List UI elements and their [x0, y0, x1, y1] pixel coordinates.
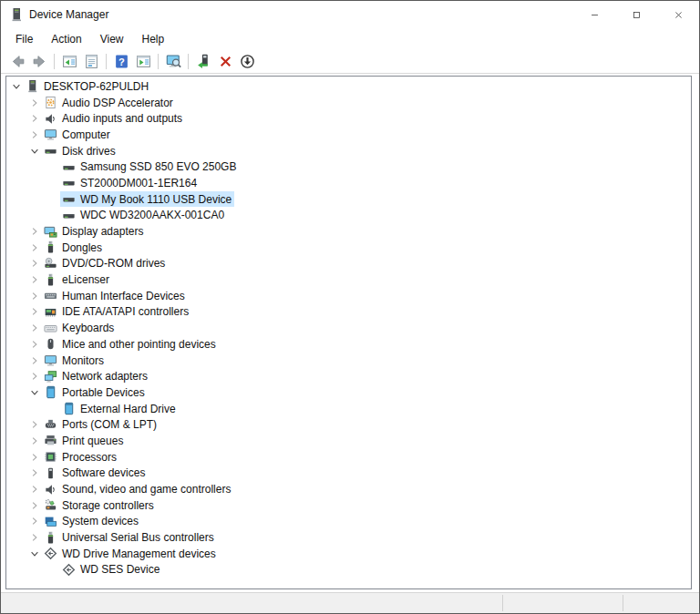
expander-toggle[interactable] [26, 385, 42, 400]
tree-item-content[interactable]: System devices [42, 514, 141, 529]
tree-item-content[interactable]: Print queues [42, 433, 126, 448]
minimize-button[interactable] [573, 1, 615, 28]
expander-toggle[interactable] [26, 514, 42, 528]
expander-toggle[interactable] [26, 450, 42, 465]
action-pane-button[interactable] [133, 51, 154, 72]
tree-item[interactable]: DVD/CD-ROM drives [6, 256, 691, 272]
tree-item[interactable]: Storage controllers [6, 497, 691, 514]
tree-item-content[interactable]: Dongles [42, 240, 105, 255]
tree-item-content[interactable]: Computer [42, 127, 113, 142]
tree-item[interactable]: Software devices [6, 466, 691, 482]
tree-item-content[interactable]: WD Drive Management devices [42, 546, 219, 561]
tree-item-content[interactable]: Audio inputs and outputs [42, 111, 185, 127]
tree-item-content[interactable]: Network adapters [42, 369, 150, 384]
maximize-button[interactable] [615, 1, 657, 28]
tree-item-content[interactable]: IDE ATA/ATAPI controllers [42, 304, 191, 320]
tree-item-content[interactable]: Mice and other pointing devices [42, 336, 219, 352]
console-tree-button[interactable] [59, 51, 80, 72]
tree-item[interactable]: External Hard Drive [6, 401, 691, 417]
tree-item-content[interactable]: Monitors [42, 353, 107, 368]
tree-item-content[interactable]: Disk drives [42, 143, 118, 159]
tree-item-content[interactable]: External Hard Drive [60, 401, 179, 416]
expander-toggle[interactable] [26, 111, 42, 126]
expander-toggle[interactable] [26, 369, 42, 384]
tree-item[interactable]: System devices [6, 514, 691, 530]
tree-item[interactable]: Network adapters [6, 368, 691, 384]
tree-item[interactable]: Processors [6, 449, 691, 466]
tree-item[interactable]: Print queues [6, 433, 691, 449]
expander-toggle[interactable] [26, 482, 42, 496]
expander-toggle[interactable] [26, 256, 42, 271]
tree-item-content[interactable]: Human Interface Devices [42, 288, 188, 303]
tree-item[interactable]: Computer [6, 127, 691, 143]
tree-item[interactable]: Audio DSP Accelerator [6, 95, 691, 111]
expander-toggle[interactable] [26, 144, 42, 159]
tree-item-content[interactable]: Samsung SSD 850 EVO 250GB [60, 159, 239, 175]
tree-item[interactable]: Display adapters [6, 223, 691, 240]
close-button[interactable] [657, 1, 699, 28]
help-button[interactable] [111, 51, 132, 72]
uninstall-device-button[interactable] [215, 51, 236, 72]
tree-item[interactable]: Disk drives [6, 143, 691, 159]
scan-hardware-button[interactable] [163, 51, 184, 72]
expander-toggle[interactable] [26, 337, 42, 352]
expander-toggle[interactable] [26, 530, 42, 545]
menu-file[interactable]: File [6, 30, 42, 48]
expander-toggle[interactable] [26, 321, 42, 335]
forward-button[interactable] [29, 51, 50, 72]
tree-item-content[interactable]: DESKTOP-62PULDH [24, 78, 151, 94]
tree-item[interactable]: WD My Book 1110 USB Device [6, 191, 691, 208]
tree-item-content[interactable]: Storage controllers [42, 497, 157, 513]
tree-item[interactable]: Dongles [6, 240, 691, 256]
tree-item[interactable]: WD SES Device [6, 562, 691, 578]
expander-toggle[interactable] [26, 304, 42, 319]
tree-item[interactable]: ST2000DM001-1ER164 [6, 175, 691, 191]
tree-item[interactable]: Mice and other pointing devices [6, 336, 691, 353]
tree-item[interactable]: Audio inputs and outputs [6, 110, 691, 127]
tree-item-content[interactable]: Software devices [42, 466, 148, 481]
tree-item[interactable]: Monitors [6, 353, 691, 369]
tree-item-content[interactable]: Processors [42, 449, 119, 465]
tree-item[interactable]: Universal Serial Bus controllers [6, 529, 691, 546]
expander-toggle[interactable] [26, 353, 42, 368]
tree-item[interactable]: WD Drive Management devices [6, 546, 691, 562]
tree-item-content[interactable]: Sound, video and game controllers [42, 482, 233, 497]
expander-toggle[interactable] [26, 272, 42, 287]
expander-toggle[interactable] [26, 547, 42, 561]
menu-help[interactable]: Help [133, 30, 174, 48]
tree-item-content[interactable]: WDC WD3200AAKX-001CA0 [60, 208, 227, 223]
tree-item-content[interactable]: ST2000DM001-1ER164 [60, 175, 200, 190]
tree-item[interactable]: IDE ATA/ATAPI controllers [6, 304, 691, 321]
menu-action[interactable]: Action [42, 30, 90, 48]
properties-button[interactable] [81, 51, 102, 72]
tree-item-content[interactable]: Portable Devices [42, 384, 148, 400]
tree-item-selected-content[interactable]: WD My Book 1110 USB Device [60, 191, 234, 207]
expander-toggle[interactable] [26, 289, 42, 303]
expander-toggle[interactable] [26, 466, 42, 480]
tree-item-content[interactable]: Universal Serial Bus controllers [42, 530, 217, 546]
tree-item[interactable]: eLicenser [6, 271, 691, 288]
expander-toggle[interactable] [26, 417, 42, 432]
back-button[interactable] [7, 51, 28, 72]
tree-item-content[interactable]: DVD/CD-ROM drives [42, 256, 168, 271]
tree-item[interactable]: Sound, video and game controllers [6, 481, 691, 497]
tree-item[interactable]: Human Interface Devices [6, 288, 691, 304]
tree-item-content[interactable]: eLicenser [42, 272, 112, 288]
tree-item[interactable]: WDC WD3200AAKX-001CA0 [6, 208, 691, 224]
tree-item[interactable]: Portable Devices [6, 384, 691, 401]
tree-item[interactable]: DESKTOP-62PULDH [6, 78, 691, 95]
expander-toggle[interactable] [26, 96, 42, 110]
expander-toggle[interactable] [26, 224, 42, 239]
disable-device-button[interactable] [237, 51, 258, 72]
expander-toggle[interactable] [26, 434, 42, 448]
expander-toggle[interactable] [26, 128, 42, 142]
tree-item-content[interactable]: Audio DSP Accelerator [42, 95, 176, 110]
expander-toggle[interactable] [26, 240, 42, 255]
tree-item-content[interactable]: Ports (COM & LPT) [42, 417, 160, 433]
tree-item[interactable]: Keyboards [6, 320, 691, 336]
tree-item-content[interactable]: Display adapters [42, 224, 146, 240]
tree-item[interactable]: Samsung SSD 850 EVO 250GB [6, 159, 691, 175]
tree-item-content[interactable]: WD SES Device [60, 562, 162, 578]
expander-toggle[interactable] [26, 498, 42, 513]
menu-view[interactable]: View [91, 30, 133, 48]
